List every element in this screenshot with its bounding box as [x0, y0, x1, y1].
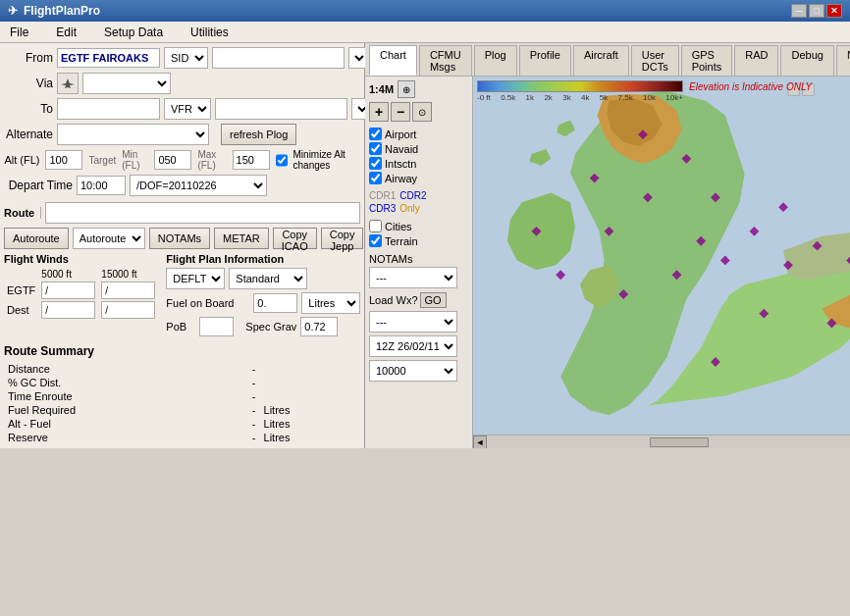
- to-route-input[interactable]: [215, 98, 347, 120]
- map-cursor-icon[interactable]: ⊕: [398, 80, 415, 98]
- distance-label: Distance: [4, 362, 226, 376]
- navaid-checkbox-label[interactable]: Navaid: [369, 142, 468, 155]
- tab-plog[interactable]: Plog: [474, 45, 517, 76]
- close-button[interactable]: ✕: [826, 4, 842, 18]
- via-icon[interactable]: [57, 73, 79, 94]
- scroll-left-button[interactable]: ◄: [473, 436, 487, 449]
- notams-sidebar-select[interactable]: ---: [369, 267, 457, 288]
- airway-checkbox[interactable]: [369, 172, 382, 184]
- tab-aircraft[interactable]: Aircraft: [573, 45, 629, 76]
- intsctn-checkbox[interactable]: [369, 157, 382, 170]
- spec-grav-input[interactable]: [300, 317, 338, 336]
- wx-time-select[interactable]: 12Z 26/02/11: [369, 335, 457, 357]
- zoom-out-button[interactable]: −: [391, 102, 410, 122]
- only-label[interactable]: Only: [399, 203, 420, 214]
- cities-checkbox[interactable]: [369, 220, 382, 232]
- winds-dest-5k[interactable]: [41, 301, 95, 319]
- min-input[interactable]: [154, 150, 191, 170]
- alternate-select[interactable]: [57, 124, 209, 145]
- dof-select[interactable]: /DOF=20110226: [130, 175, 267, 196]
- alt-fuel-unit: Litres: [260, 417, 360, 431]
- menu-edit[interactable]: Edit: [50, 24, 82, 41]
- route-summary-title: Route Summary: [4, 344, 360, 358]
- notams-button[interactable]: NOTAMs: [149, 228, 210, 249]
- fuel-unit-select[interactable]: Litres: [301, 292, 360, 314]
- airway-checkbox-label[interactable]: Airway: [369, 172, 468, 184]
- cdr3-label[interactable]: CDR3: [369, 203, 396, 214]
- winds-dest-15k[interactable]: [101, 301, 155, 319]
- intsctn-label: Intsctn: [385, 158, 416, 170]
- from-input[interactable]: [57, 48, 160, 68]
- menu-bar: File Edit Setup Data Utilities: [0, 22, 850, 43]
- reserve-label: Reserve: [4, 431, 226, 444]
- tab-cfmu[interactable]: CFMU Msgs: [419, 45, 472, 76]
- gc-value: -: [226, 376, 259, 389]
- minimize-alt-checkbox[interactable]: [276, 154, 288, 167]
- refresh-plog-button[interactable]: refresh Plog: [221, 124, 296, 145]
- wx-type-select[interactable]: ---: [369, 311, 457, 333]
- terrain-checkbox[interactable]: [369, 234, 382, 247]
- tab-rad[interactable]: RAD: [734, 45, 778, 76]
- maximize-button[interactable]: □: [809, 4, 824, 18]
- vfr-select[interactable]: VFR: [164, 98, 211, 120]
- depart-time-input[interactable]: [77, 176, 126, 195]
- max-fl-label: Max (FL): [197, 149, 226, 171]
- terrain-checkbox-label[interactable]: Terrain: [369, 234, 468, 247]
- navaid-checkbox[interactable]: [369, 142, 382, 155]
- airport-checkbox-label[interactable]: Airport: [369, 128, 468, 140]
- menu-utilities[interactable]: Utilities: [185, 24, 235, 41]
- elevation-gradient: [477, 80, 683, 92]
- alt-input[interactable]: [45, 150, 82, 170]
- winds-egtf-5k[interactable]: [41, 282, 95, 299]
- tab-profile[interactable]: Profile: [519, 45, 571, 76]
- max-input[interactable]: [233, 150, 270, 170]
- aircraft-icon: [61, 77, 75, 90]
- menu-setup-data[interactable]: Setup Data: [98, 24, 169, 41]
- summary-row-distance: Distance -: [4, 362, 360, 376]
- minimize-button[interactable]: ─: [791, 4, 807, 18]
- autoroute-button[interactable]: Autoroute: [4, 228, 69, 249]
- reserve-unit: Litres: [260, 431, 360, 444]
- via-select[interactable]: [82, 73, 171, 94]
- sid-select[interactable]: SID: [164, 47, 208, 69]
- winds-egtf-label: EGTF: [4, 281, 38, 300]
- cdr1-label: CDR1: [369, 190, 396, 201]
- wx-alt-select[interactable]: 10000: [369, 360, 457, 382]
- cities-checkbox-label[interactable]: Cities: [369, 220, 468, 232]
- intsctn-checkbox-label[interactable]: Intsctn: [369, 157, 468, 170]
- copy-icao-button[interactable]: Copy ICAO: [273, 228, 317, 249]
- go-button[interactable]: GO: [420, 292, 447, 308]
- horizontal-scrollbar[interactable]: ◄ ►: [473, 435, 850, 448]
- tab-debug[interactable]: Debug: [780, 45, 833, 76]
- target-label: Target: [88, 155, 116, 166]
- autoroute-select[interactable]: Autoroute: [73, 228, 145, 249]
- fuel-value-input[interactable]: [253, 293, 297, 313]
- zoom-in-button[interactable]: +: [369, 102, 389, 122]
- pob-input[interactable]: [199, 317, 234, 336]
- cdr2-label[interactable]: CDR2: [399, 190, 426, 201]
- to-input[interactable]: [57, 98, 160, 120]
- summary-row-fuel: Fuel Required - Litres: [4, 403, 360, 417]
- tab-user-dcts[interactable]: User DCTs: [631, 45, 679, 76]
- route-input[interactable]: [212, 47, 345, 69]
- tab-chart[interactable]: Chart: [369, 45, 417, 76]
- scroll-thumb-h[interactable]: [650, 437, 709, 447]
- tab-notam[interactable]: NOTAM: [836, 45, 850, 76]
- airport-checkbox[interactable]: [369, 128, 382, 140]
- summary-row-alt-fuel: Alt - Fuel - Litres: [4, 417, 360, 431]
- pob-label: PoB: [166, 321, 195, 333]
- zoom-fit-button[interactable]: ⊙: [412, 102, 432, 122]
- copy-jepp-button[interactable]: Copy Jepp: [321, 228, 364, 249]
- elevation-note: Elevation is Indicative ONLY: [689, 81, 812, 92]
- map-canvas[interactable]: [473, 77, 850, 435]
- fuel-standard-select[interactable]: Standard: [229, 268, 307, 289]
- route-text-input[interactable]: [45, 202, 360, 224]
- depart-label: Depart Time: [4, 179, 73, 192]
- alt-fuel-value: -: [226, 417, 259, 431]
- time-label: Time Enroute: [4, 389, 226, 403]
- fuel-type-select[interactable]: DEFLT: [166, 268, 225, 289]
- tab-gps-points[interactable]: GPS Points: [681, 45, 733, 76]
- metar-button[interactable]: METAR: [214, 228, 269, 249]
- winds-egtf-15k[interactable]: [101, 282, 155, 299]
- menu-file[interactable]: File: [4, 24, 34, 41]
